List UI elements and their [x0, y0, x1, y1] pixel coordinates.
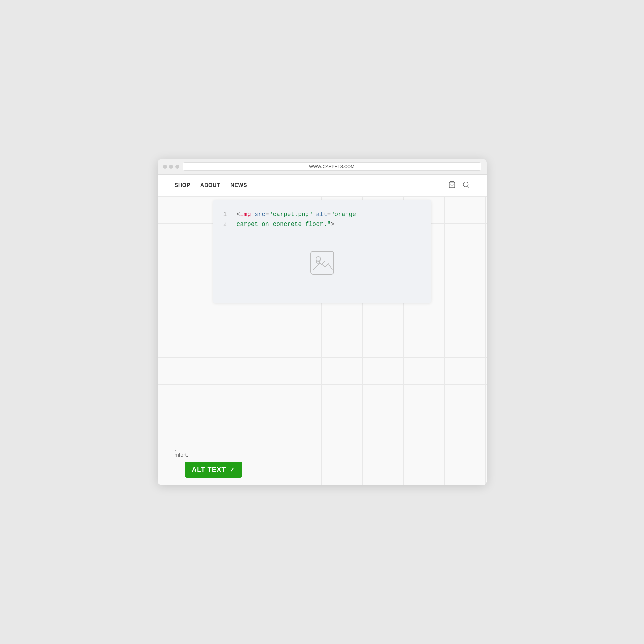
nav-item-news[interactable]: NEWS [230, 176, 247, 195]
image-placeholder [223, 239, 421, 286]
alt-text-label: ALT TEXT [192, 466, 226, 474]
attr-alt: alt [316, 211, 327, 218]
code-line-2: 2 carpet on concrete floor."> [223, 219, 421, 229]
svg-point-3 [316, 260, 320, 263]
tag-name-img: img [240, 211, 251, 218]
val-alt-end: carpet on concrete floor." [237, 221, 331, 228]
partial-text: , [175, 446, 176, 452]
browser-dots [163, 165, 179, 169]
attr-src: src [255, 211, 265, 218]
val-alt-start: "orange [331, 211, 356, 218]
code-panel: 1 <img src="carpet.png" alt="orange 2 ca… [213, 200, 431, 303]
code-line-1: 1 <img src="carpet.png" alt="orange [223, 210, 421, 219]
line-number-2: 2 [223, 219, 230, 229]
equals-1: = [265, 211, 269, 218]
website-content: SHOP ABOUT NEWS [158, 175, 487, 485]
code-block: 1 <img src="carpet.png" alt="orange 2 ca… [223, 210, 421, 229]
cart-icon[interactable] [448, 181, 456, 190]
code-text-2: carpet on concrete floor."> [237, 219, 335, 229]
dot-yellow [169, 165, 173, 169]
partial-text-2: mfort. [175, 452, 188, 458]
nav-right [448, 181, 470, 190]
search-icon[interactable] [462, 181, 470, 190]
equals-2: = [327, 211, 331, 218]
svg-line-2 [467, 186, 469, 187]
val-src: "carpet.png" [269, 211, 313, 218]
tag-bracket-open: < [237, 211, 240, 218]
checkmark-icon: ✓ [230, 466, 235, 474]
nav-bar: SHOP ABOUT NEWS [158, 175, 487, 196]
nav-item-shop[interactable]: SHOP [175, 176, 190, 195]
line-number-1: 1 [223, 210, 230, 219]
nav-item-about[interactable]: ABOUT [200, 176, 220, 195]
alt-text-badge[interactable]: ALT TEXT ✓ [185, 462, 242, 478]
address-bar[interactable]: WWW.CARPETS.COM [183, 162, 481, 171]
dot-green [175, 165, 179, 169]
dot-red [163, 165, 167, 169]
bottom-text-area: , mfort. [158, 446, 487, 458]
browser-window: WWW.CARPETS.COM SHOP ABOUT NEWS [158, 159, 487, 485]
image-icon [310, 251, 334, 275]
content-area: 1 <img src="carpet.png" alt="orange 2 ca… [158, 196, 487, 485]
nav-left: SHOP ABOUT NEWS [175, 176, 247, 195]
mountain-svg [313, 258, 333, 270]
code-text-1: <img src="carpet.png" alt="orange [237, 210, 356, 219]
tag-bracket-close: > [331, 221, 334, 228]
browser-chrome: WWW.CARPETS.COM [158, 159, 487, 175]
